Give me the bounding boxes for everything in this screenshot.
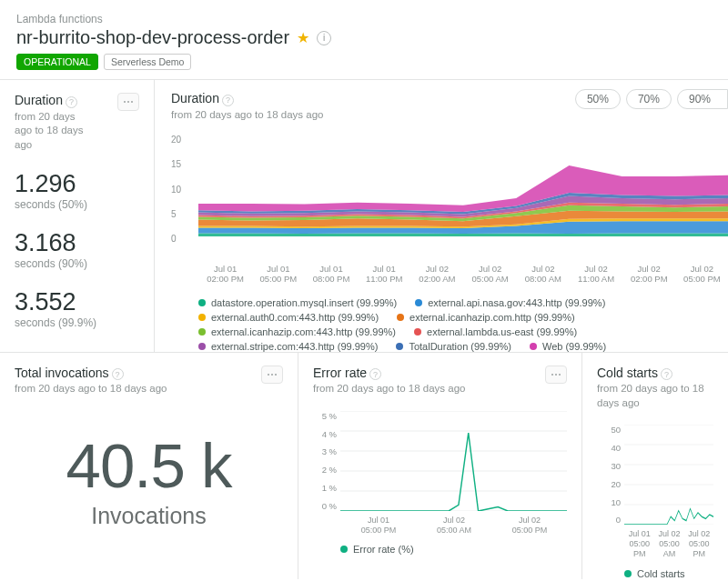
legend-dot-icon	[415, 299, 422, 306]
legend-label: Error rate (%)	[353, 544, 414, 555]
error-rate-legend: Error rate (%)	[340, 544, 567, 555]
time-range-label: from 20 days ago to 18 days ago	[15, 382, 167, 396]
legend-item[interactable]: external.auth0.com:443.http (99.99%)	[198, 312, 379, 323]
cold-starts-legend: Cold starts	[624, 568, 713, 579]
breadcrumb[interactable]: Lambda functions	[16, 13, 712, 25]
legend-item[interactable]: datastore.operation.mysql.insert (99.99%…	[198, 297, 397, 308]
cold-starts-card: Cold starts? from 20 days ago to 18 days…	[582, 353, 728, 579]
duration-area-chart[interactable]	[198, 127, 728, 236]
cold-starts-x-axis: Jul 0105:00 PMJul 0205:00 AMJul 0205:00 …	[624, 529, 713, 558]
legend-dot-icon	[414, 328, 421, 336]
duration-title: Duration	[15, 93, 63, 107]
legend-label: external.lambda.us-east (99.99%)	[427, 326, 577, 337]
error-rate-x-axis: Jul 0105:00 PMJul 0205:00 AMJul 0205:00 …	[340, 516, 567, 536]
time-range-label: from 20 days ago to 18 days ago	[171, 108, 728, 123]
duration-chart-title: Duration	[171, 91, 219, 105]
page-title: nr-burrito-shop-dev-process-order	[16, 27, 289, 48]
duration-x-axis: Jul 0102:00 PMJul 0105:00 PMJul 0108:00 …	[198, 264, 728, 285]
legend-dot-icon	[397, 314, 404, 321]
legend-dot-icon	[530, 343, 537, 350]
card-menu-button[interactable]: ⋯	[261, 366, 283, 384]
total-invocations-card: Total invocations? from 20 days ago to 1…	[0, 353, 298, 579]
error-rate-line-chart[interactable]	[340, 411, 567, 511]
legend-label: datastore.operation.mysql.insert (99.99%…	[211, 297, 397, 308]
duration-p90-label: seconds (90%)	[15, 257, 139, 270]
error-rate-y-axis: 5 %4 %3 %2 %1 %0 %	[313, 411, 337, 511]
pill-70[interactable]: 70%	[626, 89, 672, 109]
duration-y-axis: 20151050	[171, 135, 181, 244]
card-menu-button[interactable]: ⋯	[545, 366, 567, 384]
info-icon[interactable]: i	[317, 31, 331, 45]
legend-item[interactable]: external.stripe.com:443.http (99.99%)	[198, 341, 378, 352]
cold-starts-title: Cold starts	[597, 366, 658, 380]
legend-label: external.stripe.com:443.http (99.99%)	[211, 341, 378, 352]
legend-label: Cold starts	[637, 568, 685, 579]
favorite-star-icon[interactable]: ★	[297, 29, 309, 46]
account-tag[interactable]: Serverless Demo	[104, 54, 192, 70]
invocations-value: 40.5 k	[15, 435, 283, 497]
duration-summary-card: Duration? from 20 days ago to 18 days ag…	[0, 80, 155, 352]
duration-p50-value: 1.296	[15, 172, 139, 196]
page-header: Lambda functions nr-burrito-shop-dev-pro…	[0, 0, 728, 79]
legend-dot-icon	[396, 343, 403, 350]
legend-dot-icon	[198, 314, 206, 321]
legend-label: external.icanhazip.com:443.http (99.99%)	[211, 326, 396, 337]
duration-p999-label: seconds (99.9%)	[15, 316, 139, 329]
time-range-label: from 20 days ago to 18 days ago	[597, 382, 713, 410]
legend-dot-icon	[624, 570, 632, 577]
legend-label: TotalDuration (99.99%)	[409, 341, 511, 352]
pill-90[interactable]: 90%	[677, 89, 728, 109]
error-rate-card: Error rate? from 20 days ago to 18 days …	[298, 353, 582, 579]
legend-item[interactable]: external.api.nasa.gov:443.http (99.99%)	[415, 297, 605, 308]
help-icon[interactable]: ?	[112, 368, 124, 380]
duration-legend: datastore.operation.mysql.insert (99.99%…	[198, 297, 728, 352]
status-badge: OPERATIONAL	[16, 54, 98, 70]
invocations-label: Invocations	[15, 503, 283, 529]
invocations-title: Total invocations	[15, 366, 109, 380]
legend-item[interactable]: external.icanhazip.com.http (99.99%)	[397, 312, 575, 323]
duration-p999-value: 3.552	[15, 290, 139, 315]
percentile-pills: 50% 70% 90%	[575, 89, 728, 109]
legend-dot-icon	[198, 328, 206, 336]
legend-item[interactable]: Web (99.99%)	[530, 341, 606, 352]
duration-chart-card: 50% 70% 90% Duration? from 20 days ago t…	[155, 80, 728, 352]
card-menu-button[interactable]: ⋯	[117, 93, 139, 111]
legend-item[interactable]: external.lambda.us-east (99.99%)	[414, 326, 577, 337]
help-icon[interactable]: ?	[661, 368, 672, 380]
duration-p90-value: 3.168	[15, 231, 139, 255]
time-range-label: from 20 days ago to 18 days ago	[313, 382, 466, 396]
cold-starts-line-chart[interactable]	[624, 425, 713, 525]
help-icon[interactable]: ?	[369, 368, 381, 380]
pill-50[interactable]: 50%	[575, 89, 621, 109]
legend-label: external.icanhazip.com.http (99.99%)	[410, 312, 575, 323]
legend-item[interactable]: external.icanhazip.com:443.http (99.99%)	[198, 326, 396, 337]
help-icon[interactable]: ?	[222, 95, 234, 106]
legend-label: Web (99.99%)	[542, 341, 606, 352]
legend-label: external.auth0.com:443.http (99.99%)	[211, 312, 379, 323]
legend-item[interactable]: TotalDuration (99.99%)	[396, 341, 511, 352]
cold-starts-y-axis: 50403020100	[597, 425, 621, 525]
time-range-label: from 20 days ago to 18 days ago	[15, 110, 83, 153]
legend-dot-icon	[198, 299, 206, 306]
duration-p50-label: seconds (50%)	[15, 198, 139, 211]
legend-dot-icon	[340, 546, 348, 553]
legend-dot-icon	[198, 343, 206, 350]
error-rate-title: Error rate	[313, 366, 367, 380]
help-icon[interactable]: ?	[66, 96, 77, 108]
legend-label: external.api.nasa.gov:443.http (99.99%)	[428, 297, 605, 308]
